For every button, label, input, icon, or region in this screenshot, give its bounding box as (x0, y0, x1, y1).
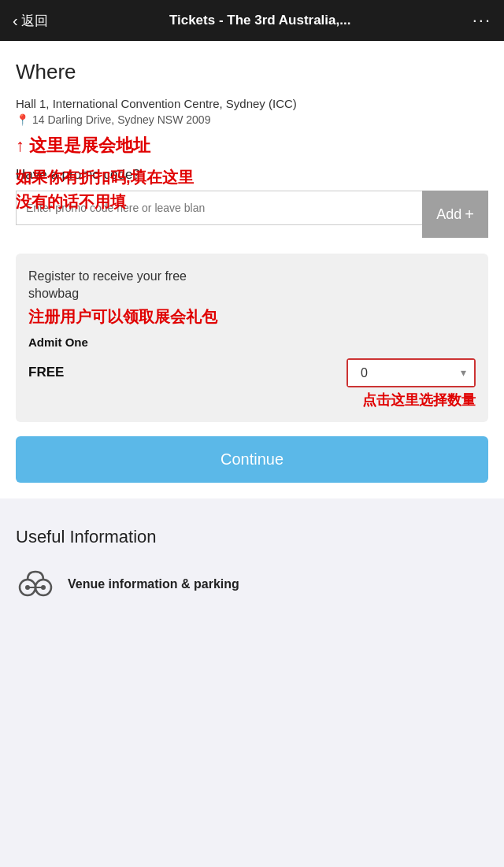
add-promo-button[interactable]: Add + (422, 191, 488, 238)
register-annotation: 注册用户可以领取展会礼包 (28, 306, 476, 328)
pin-icon: 📍 (16, 113, 29, 126)
promo-row: 如果你有折扣码,填在这里 没有的话不用填 Add + (16, 191, 488, 238)
back-button[interactable]: ‹ 返回 (13, 12, 48, 30)
quantity-select-wrapper: 012345 ▾ (346, 358, 476, 387)
qty-annotation-row: 点击这里选择数量 (28, 391, 476, 409)
register-box: Register to receive your free showbag 注册… (16, 254, 488, 422)
address-annotation: ↑ 这里是展会地址 (16, 134, 488, 157)
venue-svg-icon (17, 565, 54, 603)
list-item[interactable]: Venue information & parking (16, 561, 488, 607)
promo-section: Have a promo code? 如果你有折扣码,填在这里 没有的话不用填 … (16, 167, 488, 238)
venue-name: Hall 1, International Convention Centre,… (16, 97, 488, 110)
nav-bar: ‹ 返回 Tickets - The 3rd Australia,... ··· (0, 0, 504, 41)
back-label: 返回 (21, 12, 48, 30)
add-plus-icon: + (465, 206, 474, 224)
promo-input-wrapper: 如果你有折扣码,填在这里 没有的话不用填 (16, 191, 422, 225)
where-heading: Where (16, 60, 488, 84)
quantity-select[interactable]: 012345 (348, 360, 474, 386)
venue-parking-icon (16, 565, 55, 604)
more-button[interactable]: ··· (472, 10, 491, 31)
ticket-row: FREE 012345 ▾ (28, 358, 476, 387)
register-title: Register to receive your free showbag (28, 268, 476, 303)
venue-address-row: 📍 14 Darling Drive, Sydney NSW 2009 (16, 113, 488, 126)
promo-annotation-1: 如果你有折扣码,填在这里 (16, 167, 194, 188)
useful-information-section: Useful Information Venue information & p… (0, 508, 504, 623)
page-title: Tickets - The 3rd Australia,... (54, 13, 466, 28)
venue-parking-label: Venue information & parking (68, 577, 239, 591)
main-content: Where Hall 1, International Convention C… (0, 41, 504, 498)
promo-annotation-2: 没有的话不用填 (16, 191, 194, 213)
useful-info-heading: Useful Information (16, 527, 488, 547)
ticket-type-label: Admit One (28, 335, 476, 349)
ticket-price: FREE (28, 365, 64, 380)
svg-point-4 (41, 585, 46, 590)
quantity-annotation: 点击这里选择数量 (362, 391, 476, 409)
continue-button[interactable]: Continue (16, 436, 488, 483)
add-label: Add (436, 206, 461, 223)
where-section: Where Hall 1, International Convention C… (16, 60, 488, 157)
venue-address: 14 Darling Drive, Sydney NSW 2009 (32, 113, 210, 126)
back-chevron-icon: ‹ (13, 12, 18, 30)
svg-point-3 (25, 585, 30, 590)
